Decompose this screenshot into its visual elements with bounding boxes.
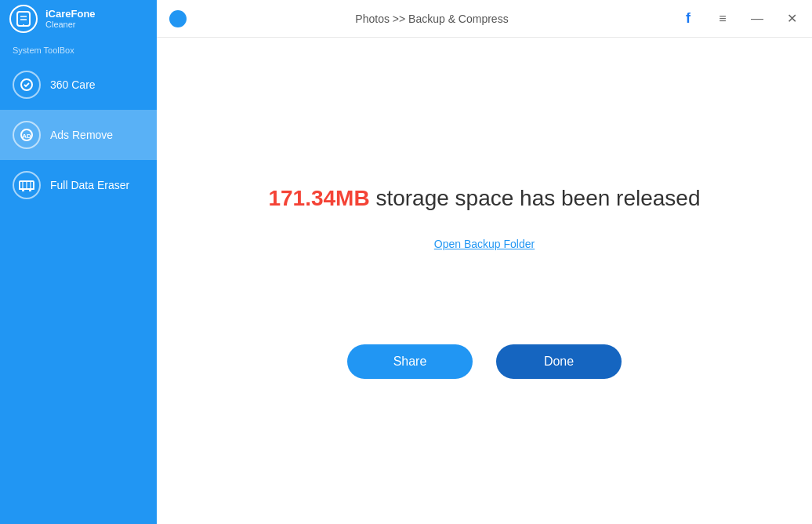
close-button[interactable]: ✕ <box>781 8 803 30</box>
sidebar-item-fullerase-label: Full Data Eraser <box>50 179 129 191</box>
sidebar-item-fullerase[interactable]: Full Data Eraser <box>0 160 157 210</box>
content-area: 171.34MB storage space has been released… <box>157 38 812 524</box>
sidebar-item-adsremove[interactable]: AD Ads Remove <box>0 110 157 160</box>
app-name: iCareFone <box>45 8 96 20</box>
breadcrumb: Photos >> Backup & Compress <box>187 13 677 25</box>
done-button[interactable]: Done <box>496 344 622 379</box>
title-actions: f ≡ — ✕ <box>677 8 812 30</box>
svg-rect-0 <box>17 12 30 26</box>
result-size: 171.34MB <box>268 186 369 210</box>
status-indicator <box>169 10 187 27</box>
svg-text:AD: AD <box>22 133 31 140</box>
result-text: storage space has been released <box>370 186 701 210</box>
app-subtitle: Cleaner <box>45 20 96 29</box>
svg-rect-13 <box>29 189 31 191</box>
svg-rect-12 <box>22 189 24 191</box>
app-title-group: iCareFone Cleaner <box>45 8 96 30</box>
open-folder-link[interactable]: Open Backup Folder <box>434 238 535 250</box>
main-layout: System ToolBox 360 Care AD Ads Remove <box>0 38 812 524</box>
minimize-button[interactable]: — <box>746 8 768 30</box>
sidebar: System ToolBox 360 Care AD Ads Remove <box>0 38 157 524</box>
result-message: 171.34MB storage space has been released <box>268 183 700 213</box>
fullerase-icon <box>13 171 41 199</box>
sidebar-item-360care[interactable]: 360 Care <box>0 60 157 110</box>
app-logo: iCareFone Cleaner <box>0 0 157 38</box>
share-button[interactable]: Share <box>347 344 473 379</box>
sidebar-item-adsremove-label: Ads Remove <box>50 129 113 141</box>
action-buttons: Share Done <box>347 344 622 379</box>
sidebar-item-360care-label: 360 Care <box>50 78 96 91</box>
app-icon-circle <box>9 5 38 33</box>
title-bar: iCareFone Cleaner Photos >> Backup & Com… <box>0 0 812 38</box>
svg-point-3 <box>23 24 24 26</box>
menu-button[interactable]: ≡ <box>712 8 734 30</box>
app-icon-svg <box>15 10 32 27</box>
360care-icon <box>13 71 41 99</box>
facebook-button[interactable]: f <box>677 8 699 30</box>
sidebar-section-label: System ToolBox <box>0 38 157 60</box>
adsremove-icon: AD <box>13 121 41 149</box>
